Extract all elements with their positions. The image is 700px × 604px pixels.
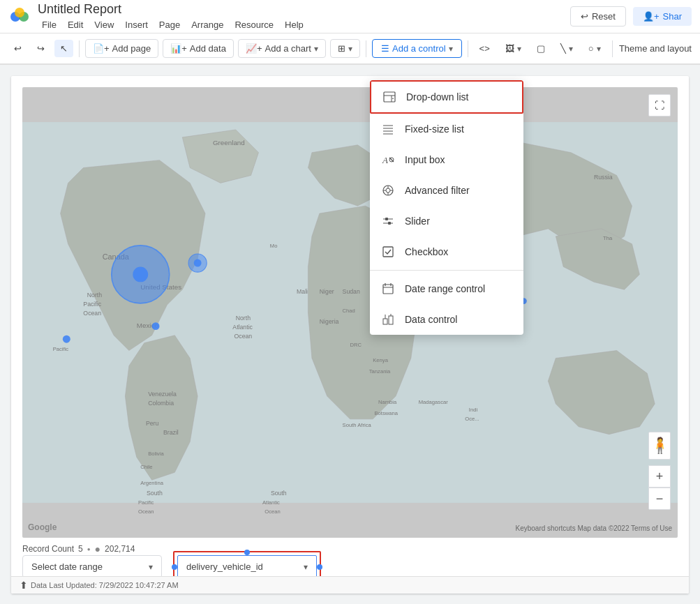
svg-point-2	[15, 8, 24, 17]
menu-resource[interactable]: Resource	[230, 18, 278, 31]
image-icon: 🖼	[505, 43, 514, 54]
theme-layout-button[interactable]: Theme and layout	[619, 43, 692, 54]
add-chart-chevron: ▾	[314, 44, 318, 54]
undo-icon: ↩	[14, 43, 22, 54]
fixed-size-list-label: Fixed-size list	[405, 123, 464, 135]
menu-item-dropdown-list[interactable]: Drop-down list	[370, 80, 523, 114]
menu-item-data-control[interactable]: Data control	[370, 304, 523, 335]
input-box-icon: A	[381, 153, 395, 167]
dropdown-value: delivery_vehicle_id	[186, 561, 263, 572]
share-icon: 👤+	[643, 11, 660, 22]
add-control-chevron: ▾	[449, 44, 453, 54]
handle-left[interactable]	[172, 564, 177, 570]
fullscreen-icon: ⛶	[655, 100, 664, 111]
advanced-filter-label: Advanced filter	[405, 185, 470, 196]
menu-arrange[interactable]: Arrange	[187, 18, 228, 31]
layout-icon: ⊞	[338, 43, 345, 54]
slider-label: Slider	[405, 216, 430, 227]
status-bar: ⬆ Data Last Updated: 7/29/2022 10:47:27 …	[11, 576, 689, 594]
cursor-button[interactable]: ↖	[54, 40, 73, 57]
menu-divider	[370, 270, 523, 271]
main-content: Canada North Pacific Ocean United States…	[0, 65, 700, 604]
map-footer: Keyboard shortcuts Map data ©2022 Terms …	[515, 524, 672, 532]
menu-item-date-range[interactable]: Date range control	[370, 273, 523, 304]
zoom-out-button[interactable]: −	[648, 488, 671, 510]
svg-rect-59	[384, 92, 395, 102]
zoom-in-icon: +	[656, 469, 664, 484]
handle-right[interactable]	[317, 564, 322, 570]
advanced-filter-icon	[381, 183, 395, 197]
separator-1	[79, 40, 80, 57]
share-button[interactable]: 👤+ Shar	[633, 7, 692, 26]
date-range-selector[interactable]: Select date range ▾	[22, 555, 162, 578]
checkbox-icon	[381, 245, 395, 259]
date-range-chevron: ▾	[149, 562, 153, 572]
menu-file[interactable]: File	[38, 18, 61, 31]
status-icon: ⬆	[20, 580, 28, 591]
add-chart-icon: 📈+	[246, 43, 262, 54]
menu-item-advanced-filter[interactable]: Advanced filter	[370, 175, 523, 206]
svg-rect-80	[383, 285, 393, 294]
menu-page[interactable]: Page	[155, 18, 184, 31]
layout-button[interactable]: ⊞ ▾	[330, 39, 360, 58]
menu-insert[interactable]: Insert	[121, 18, 152, 31]
dropdown-list-label: Drop-down list	[406, 91, 468, 103]
add-page-icon: 📄+	[93, 43, 110, 54]
report-title: Untitled Report	[38, 2, 570, 17]
date-range-label: Date range control	[405, 283, 485, 294]
tools-icon: ╲	[560, 43, 566, 54]
menu-edit[interactable]: Edit	[64, 18, 87, 31]
date-range-label: Select date range	[31, 561, 103, 572]
svg-rect-84	[383, 319, 387, 324]
image-button[interactable]: 🖼 ▾	[500, 40, 527, 57]
add-data-button[interactable]: 📊+ Add data	[163, 39, 234, 58]
menu-help[interactable]: Help	[281, 18, 308, 31]
svg-text:A: A	[382, 155, 388, 165]
slider-icon	[381, 214, 395, 228]
delivery-dropdown[interactable]: delivery_vehicle_id ▾	[177, 555, 317, 578]
dropdown-list-icon	[382, 90, 396, 104]
handle-top[interactable]	[244, 550, 250, 555]
add-chart-button[interactable]: 📈+ Add a chart ▾	[238, 39, 326, 58]
svg-point-70	[386, 188, 390, 192]
dropdown-chevron: ▾	[304, 562, 308, 572]
data-control-icon	[381, 312, 395, 326]
input-box-label: Input box	[405, 154, 445, 165]
reset-button[interactable]: ↩ Reset	[570, 6, 626, 27]
cursor-icon: ↖	[60, 43, 68, 54]
reset-icon: ↩	[581, 11, 588, 22]
svg-rect-79	[383, 247, 393, 257]
add-data-icon: 📊+	[170, 43, 187, 54]
add-control-button[interactable]: ☰ Add a control ▾	[372, 39, 462, 58]
shapes-button[interactable]: ○ ▾	[583, 40, 606, 57]
separator-4	[612, 40, 613, 57]
undo-button[interactable]: ↩	[8, 40, 27, 57]
date-range-icon	[381, 282, 395, 296]
zoom-out-icon: −	[656, 492, 664, 506]
redo-button[interactable]: ↪	[31, 40, 50, 57]
pegman-button[interactable]: 🧍	[648, 432, 671, 460]
code-button[interactable]: <>	[474, 40, 496, 57]
add-control-icon: ☰	[381, 43, 389, 54]
separator-2	[366, 40, 366, 57]
app-logo	[8, 6, 31, 28]
menu-view[interactable]: View	[90, 18, 118, 31]
add-control-dropdown-menu: Drop-down list Fixed-size list A Input b…	[370, 80, 523, 335]
menu-item-input-box[interactable]: A Input box	[370, 144, 523, 175]
fullscreen-button[interactable]: ⛶	[648, 94, 671, 116]
status-text: Data Last Updated: 7/29/2022 10:47:27 AM	[31, 581, 179, 589]
code-icon: <>	[479, 43, 490, 54]
add-page-button[interactable]: 📄+ Add page	[85, 39, 158, 58]
map-overlay: ⛶ 🧍 + − Google Keyboard shortcuts Map da…	[22, 87, 678, 538]
menu-item-checkbox[interactable]: Checkbox	[370, 236, 523, 267]
google-logo: Google	[28, 522, 57, 532]
menu-item-slider[interactable]: Slider	[370, 206, 523, 236]
svg-rect-77	[385, 218, 388, 220]
zoom-in-button[interactable]: +	[648, 465, 671, 488]
menu-item-fixed-size-list[interactable]: Fixed-size list	[370, 114, 523, 144]
shapes-icon: ○	[588, 43, 594, 54]
redo-icon: ↪	[37, 43, 45, 54]
tools-button[interactable]: ╲ ▾	[555, 40, 579, 57]
frame-button[interactable]: ▢	[531, 40, 551, 57]
svg-rect-85	[389, 316, 393, 324]
